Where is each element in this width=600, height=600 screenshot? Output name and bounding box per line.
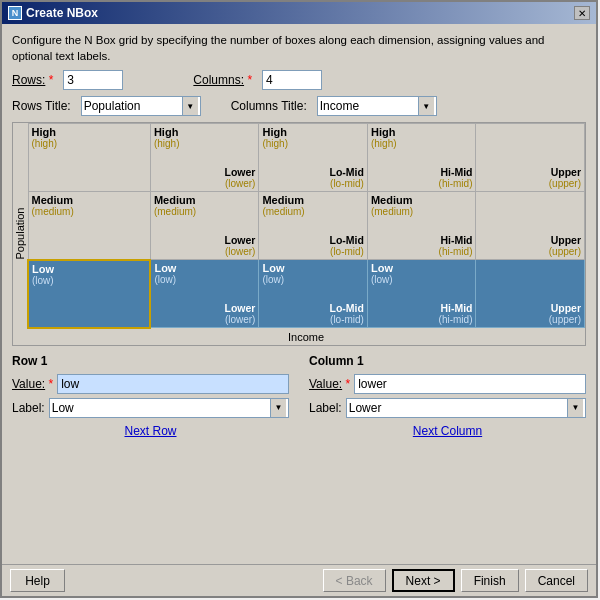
cell-title: Medium	[154, 194, 256, 206]
rows-input[interactable]	[63, 70, 123, 90]
row-label-dropdown[interactable]: Low ▼	[49, 398, 289, 418]
rows-title-dropdown[interactable]: Population ▼	[81, 96, 201, 116]
cols-title-label: Columns Title:	[231, 99, 307, 113]
col-label-label: Label:	[309, 401, 342, 415]
col-label-row-edit: Label: Lower ▼	[309, 398, 586, 418]
col-header-himid-sub: (hi-mid)	[439, 178, 473, 189]
cell-low-2[interactable]: Low (low) Lower (lower)	[150, 260, 259, 328]
col-header-himid: Hi-Mid	[439, 166, 473, 178]
cell-medium-1[interactable]: Medium (medium)	[28, 192, 150, 260]
dialog-icon: N	[8, 6, 22, 20]
nbox-grid-area: Population High (high) High (high)	[12, 122, 586, 346]
grid-table: High (high) High (high) Lower (lower)	[27, 123, 585, 329]
cell-high-5[interactable]: Upper (upper)	[476, 124, 585, 192]
grid-row-high: High (high) High (high) Lower (lower)	[28, 124, 585, 192]
row-label-row: Label: Low ▼	[12, 398, 289, 418]
cell-low-1[interactable]: Low (low)	[28, 260, 150, 328]
cell-subtitle: (low)	[154, 274, 255, 285]
row-value-label: Value: *	[12, 377, 53, 391]
col-header-lomid-sub: (lo-mid)	[330, 178, 364, 189]
grid-inner: High (high) High (high) Lower (lower)	[27, 123, 585, 345]
back-button[interactable]: < Back	[323, 569, 386, 592]
cols-input[interactable]	[262, 70, 322, 90]
cell-title: Medium	[371, 194, 473, 206]
row-value-input[interactable]	[57, 374, 289, 394]
col-header-upper-sub: (upper)	[549, 178, 581, 189]
row-label-label: Label:	[12, 401, 45, 415]
next-row-link[interactable]: Next Row	[124, 424, 176, 438]
col-editor-title: Column 1	[309, 354, 586, 368]
title-bar: N Create NBox ✕	[2, 2, 596, 24]
cell-subtitle: (high)	[32, 138, 147, 149]
col-editor-panel: Column 1 Value: * Label: Lower ▼	[309, 354, 586, 438]
cell-subtitle: (medium)	[371, 206, 473, 217]
cancel-button[interactable]: Cancel	[525, 569, 588, 592]
cell-subtitle: (high)	[371, 138, 473, 149]
cell-title: Low	[371, 262, 473, 274]
editor-section: Row 1 Value: * Label: Low ▼ Nex	[12, 354, 586, 438]
cell-medium-3[interactable]: Medium (medium) Lo-Mid (lo-mid)	[259, 192, 368, 260]
title-bar-left: N Create NBox	[8, 6, 98, 20]
cell-medium-4[interactable]: Medium (medium) Hi-Mid (hi-mid)	[367, 192, 476, 260]
cell-title: High	[371, 126, 473, 138]
col-label-dropdown-arrow: ▼	[567, 399, 583, 417]
next-column-link[interactable]: Next Column	[413, 424, 482, 438]
col-header-lomid: Lo-Mid	[330, 166, 364, 178]
description-text: Configure the N Box grid by specifying t…	[12, 32, 586, 64]
cell-subtitle: (high)	[262, 138, 364, 149]
col-header-upper: Upper	[549, 166, 581, 178]
income-axis-label: Income	[27, 329, 585, 345]
rows-title-dropdown-arrow: ▼	[182, 97, 198, 115]
cell-low-5[interactable]: Upper (upper)	[476, 260, 585, 328]
cell-subtitle: (medium)	[32, 206, 147, 217]
button-row: Help < Back Next > Finish Cancel	[2, 564, 596, 596]
cell-medium-2[interactable]: Medium (medium) Lower (lower)	[150, 192, 259, 260]
cell-title: High	[154, 126, 256, 138]
finish-button[interactable]: Finish	[461, 569, 519, 592]
row-label-dropdown-arrow: ▼	[270, 399, 286, 417]
help-button[interactable]: Help	[10, 569, 65, 592]
cell-high-2[interactable]: High (high) Lower (lower)	[150, 124, 259, 192]
rows-label: Rows: *	[12, 73, 53, 87]
col-header-lower-sub: (lower)	[225, 178, 256, 189]
cell-high-1[interactable]: High (high)	[28, 124, 150, 192]
cols-title-dropdown-arrow: ▼	[418, 97, 434, 115]
dialog-body: Configure the N Box grid by specifying t…	[2, 24, 596, 564]
cell-subtitle: (medium)	[154, 206, 256, 217]
grid-row-low: Low (low) Low (low) Lower (lower)	[28, 260, 585, 328]
cell-subtitle: (medium)	[262, 206, 364, 217]
close-button[interactable]: ✕	[574, 6, 590, 20]
col-value-label: Value: *	[309, 377, 350, 391]
cell-low-3[interactable]: Low (low) Lo-Mid (lo-mid)	[259, 260, 368, 328]
rows-cols-row: Rows: * Columns: *	[12, 70, 586, 90]
cell-medium-5[interactable]: Upper (upper)	[476, 192, 585, 260]
next-button[interactable]: Next >	[392, 569, 455, 592]
cell-subtitle: (low)	[262, 274, 364, 285]
cell-title: Low	[32, 263, 146, 275]
dialog-title: Create NBox	[26, 6, 98, 20]
cell-subtitle: (low)	[32, 275, 146, 286]
row-value-row: Value: *	[12, 374, 289, 394]
nav-buttons: < Back Next > Finish Cancel	[323, 569, 588, 592]
row-editor-panel: Row 1 Value: * Label: Low ▼ Nex	[12, 354, 289, 438]
create-nbox-dialog: N Create NBox ✕ Configure the N Box grid…	[0, 0, 598, 598]
cell-title: Medium	[32, 194, 147, 206]
cell-high-4[interactable]: High (high) Hi-Mid (hi-mid)	[367, 124, 476, 192]
cell-title: Low	[262, 262, 364, 274]
cell-title: High	[32, 126, 147, 138]
col-value-input[interactable]	[354, 374, 586, 394]
cols-title-dropdown[interactable]: Income ▼	[317, 96, 437, 116]
grid-row-medium: Medium (medium) Medium (medium) Lower (l…	[28, 192, 585, 260]
cell-low-4[interactable]: Low (low) Hi-Mid (hi-mid)	[367, 260, 476, 328]
cell-high-3[interactable]: High (high) Lo-Mid (lo-mid)	[259, 124, 368, 192]
cell-subtitle: (low)	[371, 274, 473, 285]
cols-label: Columns: *	[193, 73, 252, 87]
rows-title-label: Rows Title:	[12, 99, 71, 113]
population-axis-label: Population	[13, 123, 27, 345]
col-header-lower: Lower	[225, 166, 256, 178]
col-value-row: Value: *	[309, 374, 586, 394]
cell-title: High	[262, 126, 364, 138]
titles-row: Rows Title: Population ▼ Columns Title: …	[12, 96, 586, 116]
cell-title: Low	[154, 262, 255, 274]
col-label-dropdown[interactable]: Lower ▼	[346, 398, 586, 418]
